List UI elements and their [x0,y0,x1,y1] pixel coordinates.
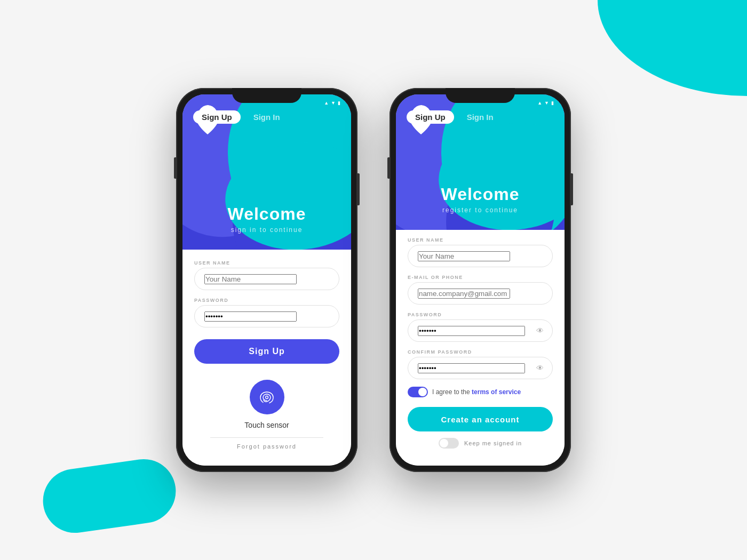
battery-icon-right: ▮ [551,100,554,106]
welcome-section-right: Welcome register to continue [396,185,565,214]
terms-prefix: I agree to the [432,388,472,396]
username-input-left[interactable] [204,274,297,284]
tab-signin-left[interactable]: Sign In [249,110,284,124]
tab-signup-right[interactable]: Sign Up [407,110,454,124]
email-input-right[interactable] [418,289,510,299]
forgot-link[interactable]: Forgot password [194,438,339,455]
phone-notch-right [446,88,515,103]
password-input-right[interactable] [418,326,525,336]
username-wrapper-left[interactable] [194,268,339,290]
status-icons-left: ▲ ▼ ▮ [324,100,340,106]
eye-icon-password[interactable]: 👁 [536,326,544,335]
touch-circle[interactable] [250,380,284,414]
toggle-knob [418,388,427,396]
battery-icon: ▮ [338,100,340,106]
phone-right: ▲ ▼ ▮ Sign Up Sign In Welcome [390,88,571,472]
username-label-left: USER NAME [194,260,339,266]
keep-signed-row: Keep me signed in [408,431,553,455]
username-label-right: USER NAME [408,237,553,243]
tab-signup-left[interactable]: Sign Up [193,110,241,124]
nav-tabs-right: Sign Up Sign In [407,110,498,124]
fingerprint-icon [257,388,276,407]
password-wrapper-left[interactable] [194,305,339,327]
confirm-label-right: CONFIRM PASSWORD [408,349,553,355]
username-group-left: USER NAME [194,260,339,290]
terms-link[interactable]: terms of service [472,388,521,396]
touch-sensor-label: Touch sensor [244,421,289,429]
email-label-right: E-MAIL OR PHONE [408,275,553,280]
bg-teal-strip [39,455,180,537]
tab-signin-right[interactable]: Sign In [463,110,498,124]
wifi-icon: ▼ [331,100,336,106]
welcome-subtitle-right: register to continue [396,206,565,214]
password-input-left[interactable] [204,311,297,322]
confirm-input-right[interactable] [418,363,525,373]
password-label-left: PASSWORD [194,298,339,303]
touch-sensor-section: Touch sensor [194,364,339,437]
bg-teal-corner [576,0,747,117]
svg-point-0 [266,396,268,398]
wifi-icon-right: ▼ [544,100,549,106]
keep-toggle-knob [440,439,448,447]
welcome-subtitle-left: sign in to continue [182,226,351,234]
terms-row: I agree to the terms of service [408,387,553,397]
phone-left: ▲ ▼ ▮ Sign Up Sign In Welcome [176,88,357,472]
password-group-right: PASSWORD 👁 [408,312,553,342]
welcome-title-left: Welcome [182,204,351,224]
terms-toggle[interactable] [408,387,428,397]
signup-button-left[interactable]: Sign Up [194,339,339,364]
signal-icon: ▲ [324,100,329,106]
phone-screen-right: ▲ ▼ ▮ Sign Up Sign In Welcome [396,94,565,466]
username-group-right: USER NAME [408,237,553,267]
password-group-left: PASSWORD [194,298,339,327]
form-area-left: USER NAME PASSWORD Sign Up [182,250,351,466]
eye-icon-confirm[interactable]: 👁 [536,364,544,372]
phone-notch-left [232,88,301,103]
welcome-section-left: Welcome sign in to continue [182,204,351,234]
username-input-right[interactable] [418,251,510,261]
phones-container: ▲ ▼ ▮ Sign Up Sign In Welcome [176,88,571,472]
app-header-left: ▲ ▼ ▮ Sign Up Sign In Welcome [182,94,351,250]
keep-signed-toggle[interactable] [439,438,459,449]
username-wrapper-right[interactable] [408,245,553,267]
signal-icon-right: ▲ [537,100,542,106]
nav-tabs-left: Sign Up Sign In [193,110,284,124]
password-wrapper-right[interactable]: 👁 [408,319,553,342]
app-header-right: ▲ ▼ ▮ Sign Up Sign In Welcome [396,94,565,230]
password-label-right: PASSWORD [408,312,553,317]
phone-screen-left: ▲ ▼ ▮ Sign Up Sign In Welcome [182,94,351,466]
terms-text: I agree to the terms of service [432,388,521,396]
confirm-group-right: CONFIRM PASSWORD 👁 [408,349,553,379]
create-account-button[interactable]: Create an account [408,407,553,431]
keep-signed-label: Keep me signed in [464,440,522,446]
welcome-title-right: Welcome [396,185,565,204]
form-area-right: USER NAME E-MAIL OR PHONE PASSWORD [396,230,565,466]
email-wrapper-right[interactable] [408,282,553,305]
confirm-wrapper-right[interactable]: 👁 [408,357,553,379]
email-group-right: E-MAIL OR PHONE [408,275,553,305]
status-icons-right: ▲ ▼ ▮ [537,100,554,106]
